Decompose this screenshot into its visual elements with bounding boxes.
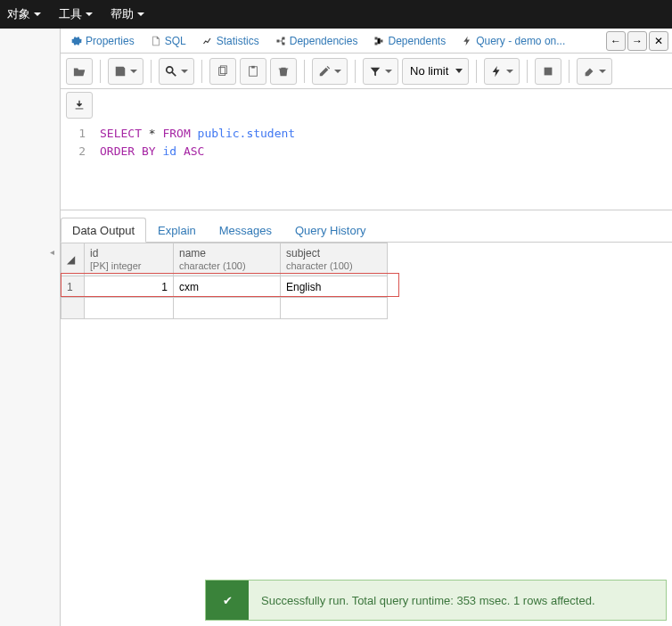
cell[interactable]: 1	[85, 276, 174, 298]
separator	[476, 60, 477, 83]
menu-help-label: 帮助	[111, 6, 134, 22]
dependencies-icon	[275, 36, 286, 46]
collapse-handle-icon[interactable]: ◂	[50, 247, 54, 257]
search-icon	[165, 65, 177, 78]
row-number[interactable]: 1	[61, 276, 85, 298]
tab-label: SQL	[165, 35, 186, 47]
chart-icon	[202, 36, 213, 46]
menu-object[interactable]: 对象	[7, 6, 41, 22]
token-star: *	[149, 127, 156, 140]
toolbar-row-2	[61, 89, 672, 121]
limit-value: No limit	[410, 64, 448, 78]
save-button[interactable]	[108, 58, 143, 85]
status-bar: ✔ Successfully run. Total query runtime:…	[205, 580, 667, 621]
check-icon: ✔	[206, 581, 249, 620]
menu-tools-label: 工具	[59, 6, 82, 22]
svg-rect-4	[251, 65, 255, 68]
separator	[151, 60, 152, 83]
separator	[201, 60, 202, 83]
column-header[interactable]: subjectcharacter (100)	[281, 243, 388, 276]
col-type: character (100)	[286, 259, 381, 272]
tab-dependents[interactable]: Dependents	[366, 29, 453, 53]
prev-tab-button[interactable]: ←	[606, 31, 626, 51]
token-keyword: SELECT	[100, 127, 142, 140]
menubar: 对象 工具 帮助	[0, 0, 672, 29]
separator	[100, 60, 101, 83]
open-button[interactable]	[66, 58, 93, 85]
download-button[interactable]	[66, 92, 93, 119]
filter-icon	[369, 65, 381, 78]
cell[interactable]	[281, 298, 388, 319]
next-tab-button[interactable]: →	[627, 31, 647, 51]
table-row[interactable]: 1 1 cxm English	[61, 276, 388, 298]
token-identifier: public.student	[198, 127, 296, 140]
delete-button[interactable]	[270, 58, 297, 85]
limit-select[interactable]: No limit	[402, 58, 469, 85]
result-tabs: Data Output Explain Messages Query Histo…	[61, 216, 672, 243]
edit-button[interactable]	[312, 58, 348, 85]
code-area[interactable]: SELECT * FROM public.student ORDER BY id…	[100, 125, 672, 161]
gutter: 1 2	[61, 121, 91, 210]
result-tab-messages[interactable]: Messages	[208, 218, 283, 243]
paste-button[interactable]	[240, 58, 266, 85]
filter-button[interactable]	[363, 58, 398, 85]
column-header[interactable]: namecharacter (100)	[174, 243, 281, 276]
column-header[interactable]: id[PK] integer	[85, 243, 174, 276]
table-row[interactable]	[61, 298, 388, 319]
pencil-icon	[318, 65, 331, 78]
tab-label: Query - demo on...	[476, 35, 565, 47]
cell[interactable]: English	[281, 276, 388, 298]
col-name: name	[179, 247, 275, 259]
trash-icon	[277, 65, 290, 78]
col-name: subject	[286, 247, 381, 259]
result-tab-data-output[interactable]: Data Output	[61, 218, 146, 243]
main-panel: Properties SQL Statistics Dependencies D…	[61, 29, 672, 626]
result-tab-history[interactable]: Query History	[283, 218, 377, 243]
separator	[527, 60, 528, 83]
find-button[interactable]	[159, 58, 194, 85]
save-icon	[114, 65, 127, 78]
corner-cell[interactable]: ◢	[61, 243, 85, 276]
menu-help[interactable]: 帮助	[111, 6, 144, 22]
token-keyword: ASC	[184, 144, 204, 158]
copy-button[interactable]	[209, 58, 236, 85]
panel-tabs: Properties SQL Statistics Dependencies D…	[61, 29, 672, 54]
file-icon	[151, 36, 161, 46]
menu-tools[interactable]: 工具	[59, 6, 93, 22]
result-grid[interactable]: ◢ id[PK] integer namecharacter (100) sub…	[61, 243, 388, 319]
menu-object-label: 对象	[7, 6, 30, 22]
tab-properties[interactable]: Properties	[64, 29, 142, 53]
clear-button[interactable]	[577, 58, 612, 85]
tab-query[interactable]: Query - demo on...	[455, 29, 572, 53]
folder-open-icon	[73, 65, 86, 78]
bolt-icon	[462, 36, 472, 46]
status-message: Successfully run. Total query runtime: 3…	[249, 594, 608, 607]
svg-rect-5	[545, 67, 553, 75]
cell[interactable]: cxm	[174, 276, 281, 298]
result-tab-explain[interactable]: Explain	[146, 218, 208, 243]
download-icon	[73, 99, 86, 111]
tab-dependencies[interactable]: Dependencies	[268, 29, 365, 53]
stop-button[interactable]	[535, 58, 561, 85]
line-number: 1	[61, 125, 86, 143]
caret-down-icon	[137, 12, 144, 16]
tab-nav-buttons: ← → ✕	[606, 31, 668, 51]
tab-statistics[interactable]: Statistics	[195, 29, 266, 53]
caret-down-icon	[34, 12, 41, 16]
header-row: ◢ id[PK] integer namecharacter (100) sub…	[61, 243, 388, 276]
dependents-icon	[373, 36, 384, 46]
sql-editor[interactable]: 1 2 SELECT * FROM public.student ORDER B…	[61, 121, 672, 210]
tab-label: Dependencies	[290, 35, 358, 47]
cell[interactable]	[174, 298, 281, 319]
caret-down-icon	[86, 12, 93, 16]
tab-sql[interactable]: SQL	[143, 29, 193, 53]
col-type: character (100)	[179, 259, 275, 272]
col-type: [PK] integer	[90, 259, 168, 272]
close-tab-button[interactable]: ✕	[649, 31, 668, 51]
execute-button[interactable]	[484, 58, 520, 85]
token-keyword: ORDER BY	[100, 144, 156, 158]
cell[interactable]	[85, 298, 174, 319]
token-identifier: id	[162, 144, 176, 158]
bolt-icon	[490, 65, 503, 78]
row-number[interactable]	[61, 298, 85, 319]
